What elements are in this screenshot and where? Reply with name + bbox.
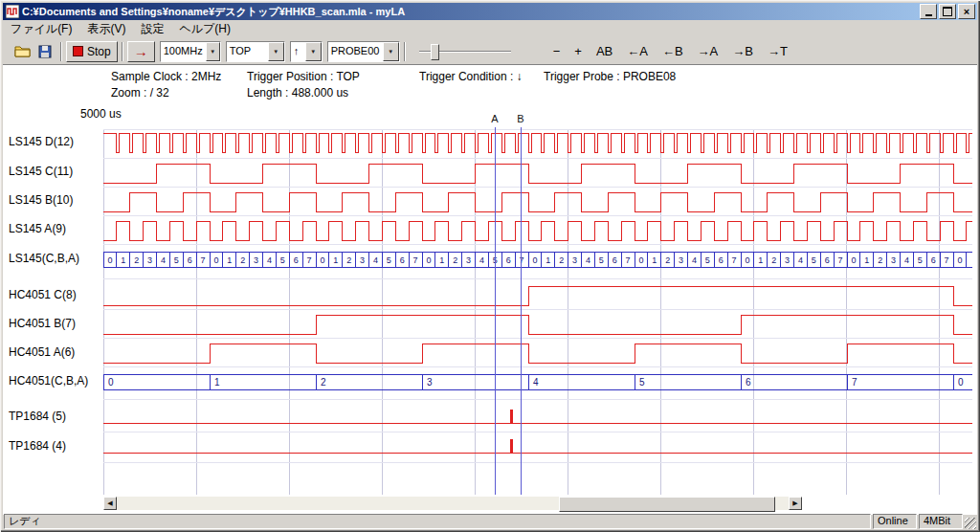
channel-label-hc4051-a[interactable]: HC4051 A(6) — [9, 344, 103, 360]
stop-button[interactable]: Stop — [66, 41, 118, 62]
svg-text:1: 1 — [439, 255, 444, 265]
trigger-edge-dropdown-button[interactable]: ▼ — [305, 42, 322, 61]
trigger-edge-select[interactable]: ↑ ▼ — [290, 41, 323, 62]
goto-b-right-button[interactable]: →B — [726, 41, 759, 61]
probe-select[interactable]: PROBE00 ▼ — [327, 41, 400, 62]
waveform-plot[interactable]: 0123456701234567012345670123456701234567… — [103, 106, 972, 495]
channel-label-tp1684-5[interactable]: TP1684 (5) — [9, 409, 103, 424]
menu-help[interactable]: ヘルプ(H) — [171, 19, 238, 39]
stop-label: Stop — [87, 45, 111, 58]
channel-wave-1 — [103, 164, 972, 183]
svg-text:7: 7 — [852, 377, 858, 388]
svg-text:B: B — [517, 113, 523, 124]
channel-label-hc4051-bus[interactable]: HC4051(C,B,A) — [9, 373, 103, 388]
scroll-left-button[interactable]: ◀ — [103, 497, 117, 510]
svg-text:5: 5 — [918, 255, 923, 265]
save-button[interactable] — [33, 41, 56, 62]
chevron-down-icon: ▼ — [273, 49, 278, 55]
minimize-icon — [925, 14, 932, 16]
horizontal-scrollbar[interactable]: ◀ ▶ — [103, 497, 802, 510]
resize-grip[interactable] — [965, 518, 976, 529]
sample-rate-select[interactable]: 100MHz ▼ — [160, 41, 221, 62]
run-button[interactable]: → — [127, 41, 155, 62]
info-trigger-probe: Trigger Probe : PROBE08 — [544, 70, 676, 83]
goto-trigger-button[interactable]: →T — [762, 41, 793, 61]
zoom-out-button[interactable]: − — [547, 41, 567, 61]
svg-text:2: 2 — [134, 255, 139, 265]
svg-text:6: 6 — [294, 255, 299, 265]
svg-text:4: 4 — [692, 255, 697, 265]
svg-text:5: 5 — [705, 255, 710, 265]
menu-view[interactable]: 表示(V) — [79, 19, 133, 39]
maximize-icon — [943, 7, 952, 16]
goto-a-left-button[interactable]: ←A — [621, 41, 654, 61]
channel-label-ls145-c[interactable]: LS145 C(11) — [9, 164, 103, 179]
svg-text:0: 0 — [320, 255, 324, 265]
svg-text:7: 7 — [732, 255, 737, 265]
svg-text:3: 3 — [572, 255, 577, 265]
svg-text:6: 6 — [612, 255, 617, 265]
channel-label-ls145-d[interactable]: LS145 D(12) — [9, 134, 103, 149]
channel-label-ls145-bus[interactable]: LS145(C,B,A) — [9, 251, 103, 266]
trigger-edge-value: ↑ — [291, 42, 302, 61]
channel-label-ls145-b[interactable]: LS145 B(10) — [9, 192, 103, 208]
sample-rate-dropdown-button[interactable]: ▼ — [206, 42, 220, 61]
minimize-button[interactable] — [920, 4, 937, 19]
menu-settings[interactable]: 設定 — [133, 19, 171, 39]
svg-text:2: 2 — [559, 255, 564, 265]
svg-text:1: 1 — [758, 255, 763, 265]
svg-text:4: 4 — [586, 255, 590, 265]
svg-text:5: 5 — [174, 255, 179, 265]
svg-text:3: 3 — [466, 255, 471, 265]
info-trigger-position: Trigger Position : TOP — [247, 70, 360, 83]
svg-text:0: 0 — [108, 377, 114, 388]
scroll-right-button[interactable]: ▶ — [789, 497, 802, 510]
svg-text:1: 1 — [652, 255, 657, 265]
svg-text:3: 3 — [427, 377, 433, 388]
menu-file[interactable]: ファイル(F) — [3, 19, 79, 39]
probe-value: PROBE00 — [328, 42, 383, 61]
svg-text:5: 5 — [280, 255, 285, 265]
chevron-down-icon: ▼ — [388, 49, 393, 55]
svg-text:0: 0 — [957, 255, 962, 265]
channel-label-hc4051-c[interactable]: HC4051 C(8) — [9, 287, 103, 302]
svg-text:4: 4 — [161, 255, 166, 265]
zoom-slider[interactable] — [419, 42, 511, 61]
svg-text:7: 7 — [307, 255, 312, 265]
channel-wave-3 — [103, 221, 972, 240]
range-ab-button[interactable]: AB — [590, 41, 618, 61]
svg-text:1: 1 — [546, 255, 550, 265]
statusbar: レディ Online 4MBit — [3, 512, 977, 529]
svg-text:2: 2 — [878, 255, 882, 265]
titlebar[interactable]: C:¥Documents and Settings¥noname¥デスクトップ¥… — [3, 3, 977, 20]
scrollbar-thumb[interactable] — [559, 497, 775, 512]
time-per-division: 5000 us — [80, 107, 122, 121]
channel-wave-7 — [103, 344, 972, 363]
goto-b-left-button[interactable]: ←B — [657, 41, 689, 61]
svg-text:0: 0 — [532, 255, 537, 265]
info-length: Length : 488.000 us — [247, 86, 348, 100]
chevron-down-icon: ▼ — [310, 49, 316, 55]
channel-label-hc4051-b[interactable]: HC4051 B(7) — [9, 316, 103, 331]
svg-text:4: 4 — [904, 255, 909, 265]
goto-a-right-button[interactable]: →A — [692, 41, 724, 61]
channel-label-ls145-a[interactable]: LS145 A(9) — [9, 221, 103, 236]
close-button[interactable]: × — [958, 4, 975, 19]
toolbar-separator — [122, 42, 123, 61]
probe-dropdown-button[interactable]: ▼ — [383, 42, 399, 61]
svg-text:0: 0 — [851, 255, 856, 265]
info-trigger-condition: Trigger Condition : ↓ — [419, 70, 523, 83]
toolbar-separator — [404, 42, 406, 61]
trigger-position-dropdown-button[interactable]: ▼ — [268, 42, 284, 61]
channel-wave-9 — [103, 410, 972, 423]
maximize-button[interactable] — [939, 4, 956, 19]
open-button[interactable] — [11, 41, 33, 62]
zoom-slider-thumb[interactable] — [431, 44, 439, 60]
svg-text:2: 2 — [321, 377, 326, 388]
channel-wave-5 — [103, 286, 972, 305]
svg-text:7: 7 — [413, 255, 418, 265]
svg-text:4: 4 — [533, 377, 539, 388]
zoom-in-button[interactable]: + — [568, 41, 588, 61]
channel-label-tp1684-4[interactable]: TP1684 (4) — [9, 438, 103, 454]
trigger-position-select[interactable]: TOP ▼ — [226, 41, 285, 62]
